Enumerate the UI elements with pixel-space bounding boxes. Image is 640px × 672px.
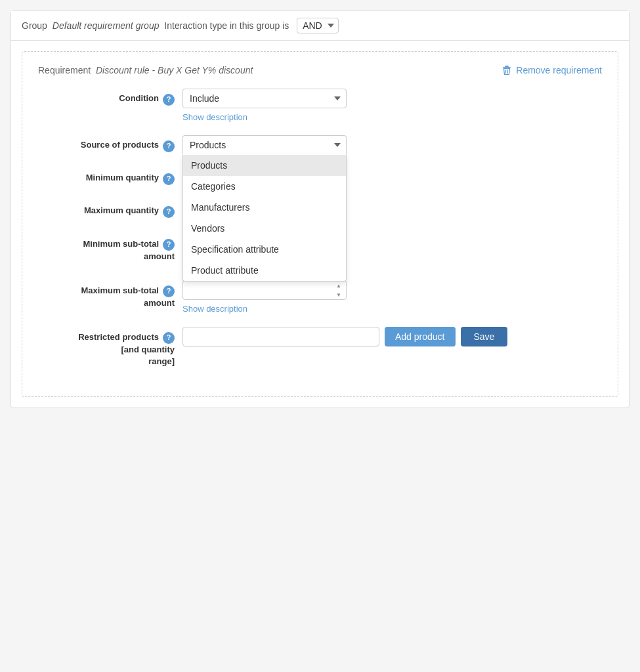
maximum-subtotal-input[interactable] <box>182 280 347 300</box>
group-name-label: Default requirement group <box>53 20 160 31</box>
condition-select[interactable]: Include Exclude <box>182 89 347 108</box>
source-of-products-row: Source of products ? Products Categories… <box>38 135 602 155</box>
max-subtotal-up-btn[interactable]: ▲ <box>333 282 344 289</box>
maximum-subtotal-control: ▲ ▼ Show description <box>182 280 602 314</box>
minimum-subtotal-help-icon[interactable]: ? <box>163 239 175 251</box>
dropdown-item-product-attribute[interactable]: Product attribute <box>183 260 346 281</box>
main-container: Group Default requirement group Interact… <box>11 10 629 408</box>
svg-rect-1 <box>503 67 511 68</box>
group-middle-text: Interaction type in this group is <box>164 20 289 31</box>
minimum-subtotal-label: Minimum sub-total ? amount <box>38 234 182 262</box>
svg-rect-0 <box>505 66 509 67</box>
requirement-title: Requirement Discount rule - Buy X Get Y%… <box>38 65 253 75</box>
dropdown-item-specification-attribute[interactable]: Specification attribute <box>183 239 346 260</box>
dropdown-item-manufacturers[interactable]: Manufacturers <box>183 197 346 218</box>
restricted-products-input[interactable] <box>182 327 379 346</box>
dropdown-item-categories[interactable]: Categories <box>183 176 346 197</box>
save-button[interactable]: Save <box>461 327 508 346</box>
remove-requirement-button[interactable]: Remove requirement <box>501 65 602 75</box>
restricted-products-row: Restricted products ? [and quantity rang… <box>38 327 602 368</box>
dropdown-item-products[interactable]: Products <box>183 155 346 176</box>
restricted-products-help-icon[interactable]: ? <box>163 332 175 344</box>
requirement-box: Requirement Discount rule - Buy X Get Y%… <box>22 51 618 397</box>
maximum-subtotal-help-icon[interactable]: ? <box>163 285 175 297</box>
interaction-type-select[interactable]: AND OR <box>297 18 339 33</box>
source-dropdown-menu: Products Categories Manufacturers Vendor… <box>182 155 347 282</box>
trash-icon <box>501 65 512 75</box>
show-description-link-3[interactable]: Show description <box>182 304 602 314</box>
source-of-products-label: Source of products ? <box>38 135 182 152</box>
group-header: Group Default requirement group Interact… <box>11 11 629 41</box>
source-of-products-control: Products Categories Manufacturers Vendor… <box>182 135 602 155</box>
minimum-quantity-label: Minimum quantity ? <box>38 168 182 185</box>
maximum-quantity-help-icon[interactable]: ? <box>163 206 175 218</box>
maximum-quantity-label: Maximum quantity ? <box>38 201 182 218</box>
source-of-products-select[interactable]: Products Categories Manufacturers Vendor… <box>182 135 347 155</box>
maximum-subtotal-row: Maximum sub-total ? amount ▲ ▼ Show desc… <box>38 280 602 314</box>
group-prefix-label: Group <box>22 20 47 31</box>
dropdown-item-vendors[interactable]: Vendors <box>183 218 346 239</box>
add-product-button[interactable]: Add product <box>385 327 456 346</box>
maximum-subtotal-label: Maximum sub-total ? amount <box>38 280 182 309</box>
source-of-products-help-icon[interactable]: ? <box>163 140 175 152</box>
show-description-link-1[interactable]: Show description <box>182 112 602 122</box>
condition-label: Condition ? <box>38 89 182 106</box>
condition-help-icon[interactable]: ? <box>163 94 175 106</box>
remove-requirement-label: Remove requirement <box>516 65 602 75</box>
condition-row: Condition ? Include Exclude Show descrip… <box>38 89 602 122</box>
restricted-products-label: Restricted products ? [and quantity rang… <box>38 327 182 368</box>
restricted-products-control: Add product Save <box>182 327 602 346</box>
condition-control: Include Exclude Show description <box>182 89 602 122</box>
requirement-header: Requirement Discount rule - Buy X Get Y%… <box>38 65 602 75</box>
restricted-controls-group: Add product Save <box>182 327 602 346</box>
minimum-quantity-help-icon[interactable]: ? <box>163 173 175 185</box>
max-subtotal-down-btn[interactable]: ▼ <box>333 291 344 299</box>
max-subtotal-spinner: ▲ ▼ <box>333 282 344 299</box>
